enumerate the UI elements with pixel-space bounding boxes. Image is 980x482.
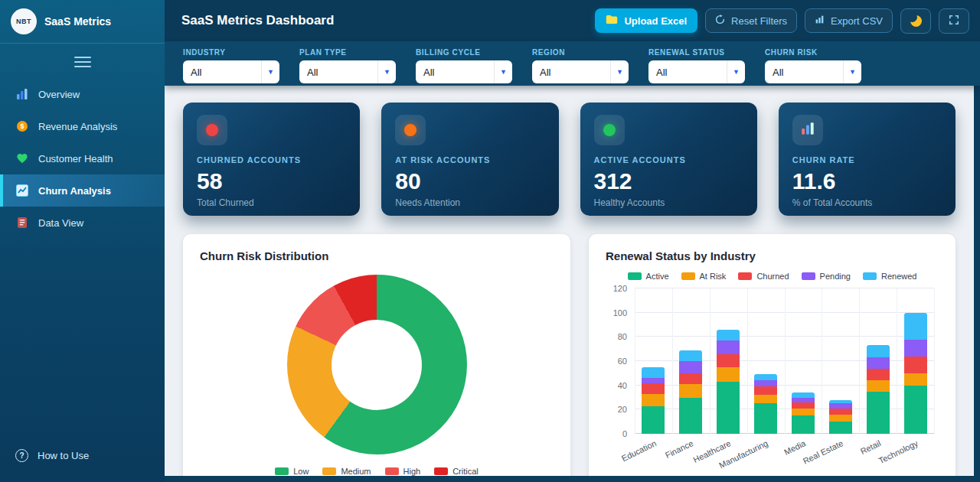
main-content: CHURNED ACCOUNTS 58 Total Churned AT RIS… [165,86,974,476]
donut-chart[interactable] [287,275,467,454]
legend-item[interactable]: Pending [802,272,851,281]
filter-label: REGION [532,48,629,57]
x-axis-label: Real Estate [802,438,844,466]
export-csv-button[interactable]: Export CSV [805,8,893,33]
bar-segment [717,340,740,353]
legend-label: Low [293,467,309,476]
bar-segment [754,386,777,395]
bar-healthcare[interactable] [717,288,740,434]
region-select[interactable]: All ▼ [532,60,629,83]
app-logo: NBT [11,8,37,34]
bar-retail[interactable] [867,288,890,434]
dark-mode-toggle[interactable] [900,8,931,34]
sidebar-item-label: Data View [38,217,83,229]
bar-segment [679,350,702,361]
bar-segment [904,386,927,434]
fullscreen-button[interactable] [939,8,969,34]
brand-name: SaaS Metrics [44,15,111,28]
heart-icon [15,151,29,165]
bar-media[interactable] [792,288,815,434]
legend-item[interactable]: Medium [322,467,371,476]
header-bar: SaaS Metrics Dashboard Upload Excel Rese… [165,0,980,41]
x-axis-label: Retail [858,438,882,456]
bar-segment [679,373,702,384]
kpi-subtitle: Total Churned [197,197,346,208]
bar-legend: ActiveAt RiskChurnedPendingRenewed [606,272,939,281]
bar-segment [642,383,665,394]
legend-label: Renewed [881,272,916,281]
filter-industry: INDUSTRY All ▼ [183,48,279,86]
donut-legend: LowMediumHighCritical [200,467,554,476]
legend-swatch [275,467,289,475]
bar-segment [829,409,852,415]
bar-segment [792,415,815,434]
x-axis-label: Education [619,438,657,463]
red-dot-icon [206,124,218,136]
legend-swatch [385,467,399,475]
bar-education[interactable] [642,288,665,434]
bar-segment [754,395,777,403]
churn-risk-select[interactable]: All ▼ [765,60,861,83]
chart-title: Renewal Status by Industry [606,249,939,262]
bar-slot [635,288,672,434]
line-chart-icon [15,184,29,197]
bar-manufacturing[interactable] [754,288,777,434]
bar-segment [717,354,740,367]
sidebar-item-customer-health[interactable]: Customer Health [0,142,165,174]
donut-hole [332,320,422,410]
legend-swatch [628,272,642,280]
filter-label: CHURN RISK [765,48,861,57]
legend-item[interactable]: High [385,467,421,476]
sidebar-item-data-view[interactable]: Data View [0,207,165,239]
kpi-icon-box [395,115,426,145]
green-dot-icon [603,124,616,136]
industry-select[interactable]: All ▼ [183,60,279,83]
filter-billing-cycle: BILLING CYCLE All ▼ [416,48,512,86]
reset-filters-button[interactable]: Reset Filters [705,8,797,33]
kpi-value: 58 [197,168,346,194]
sidebar-item-how-to-use[interactable]: ? How to Use [0,440,165,471]
bar-segment [867,369,890,381]
kpi-icon-box [197,115,227,145]
sidebar-item-churn-analysis[interactable]: Churn Analysis [0,174,165,207]
bar-segment [792,402,815,409]
bar-finance[interactable] [679,288,702,434]
kpi-title: ACTIVE ACCOUNTS [594,155,743,164]
sidebar-item-revenue-analysis[interactable]: $ Revenue Analysis [0,110,165,142]
sidebar-item-label: Customer Health [38,153,113,164]
legend-item[interactable]: Critical [434,467,479,476]
kpi-subtitle: % of Total Accounts [792,197,942,208]
header-actions: Upload Excel Reset Filters Export CSV [595,8,969,34]
chevron-down-icon: ▼ [261,60,279,83]
renewal-status-select[interactable]: All ▼ [648,60,745,83]
upload-excel-button[interactable]: Upload Excel [595,8,697,33]
sidebar-item-overview[interactable]: Overview [0,78,165,110]
menu-toggle-icon[interactable] [74,57,91,67]
sidebar-item-label: How to Use [38,450,89,461]
legend-item[interactable]: Low [275,467,309,476]
y-axis-tick: 20 [618,405,627,414]
sidebar-item-label: Churn Analysis [38,185,111,197]
kpi-value: 11.6 [792,168,942,194]
y-axis-tick: 40 [618,381,627,390]
bar-slot [672,288,710,434]
bar-technology[interactable] [904,288,927,434]
bar-real-estate[interactable] [829,288,852,434]
billing-cycle-select[interactable]: All ▼ [416,60,512,83]
kpi-row: CHURNED ACCOUNTS 58 Total Churned AT RIS… [183,103,956,216]
bar-plot[interactable]: 020406080100120 [635,288,934,434]
y-axis-tick: 0 [622,429,627,438]
bar-segment [904,373,927,386]
bar-segment [679,384,702,397]
legend-swatch [681,272,695,280]
legend-item[interactable]: Renewed [863,272,916,281]
bar-segment [754,403,777,434]
kpi-card-churned-accounts: CHURNED ACCOUNTS 58 Total Churned [183,103,360,216]
plan-type-select[interactable]: All ▼ [299,60,396,83]
legend-item[interactable]: Churned [738,272,789,281]
bar-segment [717,367,740,382]
legend-item[interactable]: At Risk [681,272,727,281]
chevron-down-icon: ▼ [494,60,512,83]
legend-swatch [322,467,336,475]
legend-item[interactable]: Active [628,272,669,281]
